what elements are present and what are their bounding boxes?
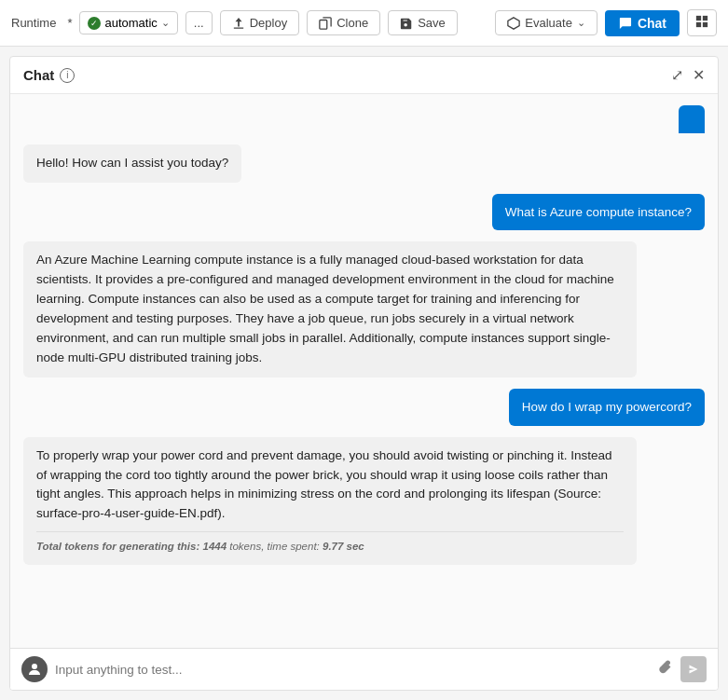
avatar <box>21 656 48 682</box>
chat-nav-icon <box>618 16 632 30</box>
chevron-down-icon: ⌄ <box>161 17 170 29</box>
save-button[interactable]: Save <box>388 10 458 35</box>
chat-header-actions: ⤢ ✕ <box>671 66 705 84</box>
expand-icon[interactable]: ⤢ <box>671 66 683 84</box>
list-item: What is Azure compute instance? <box>492 194 705 231</box>
clone-button[interactable]: Clone <box>307 10 380 35</box>
svg-rect-1 <box>320 20 327 29</box>
message-text: To properly wrap your power cord and pre… <box>36 448 612 521</box>
svg-rect-6 <box>703 22 707 27</box>
runtime-badge[interactable]: ✓ automatic ⌄ <box>79 11 177 34</box>
messages-container: Hello! How can I assist you today? What … <box>10 94 718 648</box>
message-text: How do I wrap my powercord? <box>522 400 692 414</box>
chat-input[interactable] <box>55 663 651 677</box>
save-icon <box>400 17 413 30</box>
svg-marker-2 <box>508 17 519 28</box>
runtime-value: automatic <box>104 16 157 30</box>
input-area <box>10 648 718 690</box>
runtime-label: Runtime <box>11 16 56 30</box>
clone-icon <box>319 17 332 30</box>
evaluate-chevron-icon: ⌄ <box>577 17 585 29</box>
toolbar: Runtime * ✓ automatic ⌄ ... Deploy Clone… <box>0 0 728 47</box>
list-item: An Azure Machine Learning compute instan… <box>23 241 637 377</box>
message-text: An Azure Machine Learning compute instan… <box>36 253 614 364</box>
svg-rect-4 <box>703 16 707 21</box>
chat-button[interactable]: Chat <box>605 10 680 36</box>
message-partial <box>679 105 705 133</box>
send-button[interactable] <box>680 656 707 682</box>
list-item: Hello! How can I assist you today? <box>23 144 241 183</box>
list-item: To properly wrap your power cord and pre… <box>23 437 637 566</box>
grid-icon <box>695 15 708 28</box>
evaluate-icon <box>507 17 520 30</box>
grid-button[interactable] <box>687 9 717 36</box>
message-text: Hello! How can I assist you today? <box>36 156 228 170</box>
message-meta: Total tokens for generating this: 1444 t… <box>36 531 624 556</box>
more-button[interactable]: ... <box>185 11 213 34</box>
svg-point-7 <box>32 664 37 669</box>
message-text: What is Azure compute instance? <box>505 205 692 219</box>
chat-panel: Chat i ⤢ ✕ Hello! How can I assist you t… <box>9 56 719 691</box>
attach-icon[interactable] <box>658 660 673 679</box>
deploy-icon <box>232 17 245 30</box>
list-item: How do I wrap my powercord? <box>509 389 705 426</box>
close-icon[interactable]: ✕ <box>693 66 705 84</box>
info-icon[interactable]: i <box>60 68 75 83</box>
svg-rect-5 <box>696 22 701 27</box>
evaluate-button[interactable]: Evaluate ⌄ <box>495 10 598 35</box>
check-icon: ✓ <box>88 17 101 30</box>
deploy-button[interactable]: Deploy <box>220 10 299 35</box>
chat-title: Chat <box>23 67 54 83</box>
svg-rect-3 <box>696 16 701 21</box>
runtime-asterisk: * <box>67 16 72 30</box>
svg-rect-0 <box>233 27 243 28</box>
chat-header: Chat i ⤢ ✕ <box>10 57 718 94</box>
